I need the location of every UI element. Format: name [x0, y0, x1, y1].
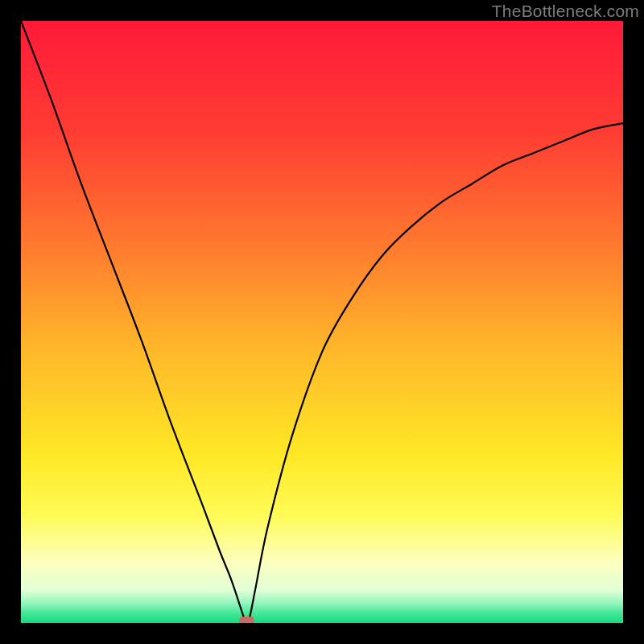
minimum-marker: [240, 617, 254, 623]
chart-frame: TheBottleneck.com: [0, 0, 644, 644]
watermark-text: TheBottleneck.com: [492, 2, 639, 21]
plot-area: [21, 21, 623, 623]
bottleneck-curve-chart: [21, 21, 623, 623]
gradient-background: [21, 21, 623, 623]
